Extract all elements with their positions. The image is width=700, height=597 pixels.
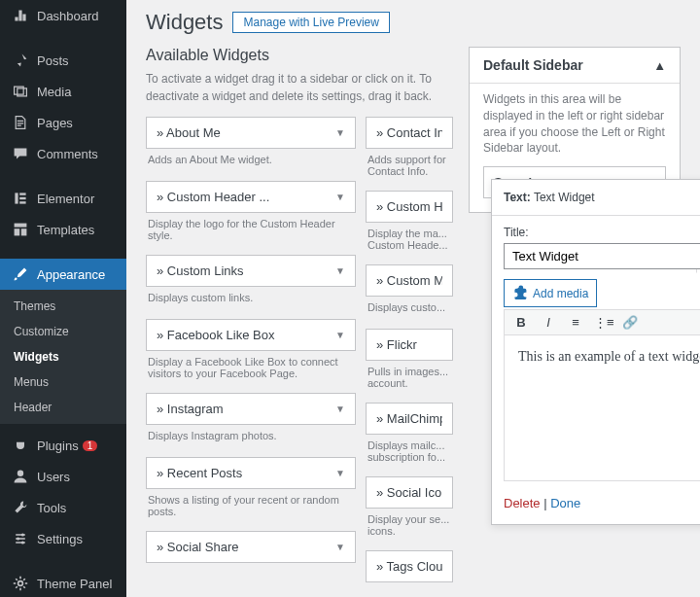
available-widgets-heading: Available Widgets: [146, 47, 453, 64]
widget-description: Display the logo for the Custom Header s…: [146, 216, 356, 255]
elementor-icon: [12, 190, 29, 207]
sidebar-sub-widgets[interactable]: Widgets: [0, 344, 126, 369]
widget-description: Pulls in images... account.: [366, 364, 453, 403]
svg-point-9: [17, 537, 19, 540]
widget-description: Displays custo...: [366, 299, 453, 329]
bullet-list-button[interactable]: ≡: [567, 315, 584, 330]
svg-point-11: [18, 581, 23, 586]
widget-tile[interactable]: » About Me▼: [146, 117, 356, 149]
widget-description: [146, 566, 356, 595]
bold-button[interactable]: B: [512, 315, 530, 330]
add-media-label: Add media: [533, 287, 588, 300]
editor-toolbar: B I ≡ ⋮≡ 🔗: [504, 309, 700, 335]
sidebar-label: Elementor: [37, 192, 94, 206]
widget-title: » Tags Cloud: [376, 559, 442, 574]
sidebar-label: Pages: [37, 116, 73, 130]
widget-tile[interactable]: » Custom Links▼: [146, 255, 356, 287]
sidebar-item-pages[interactable]: Pages: [0, 107, 126, 138]
widget-description: Display a Facebook Like Box to connect v…: [146, 354, 356, 393]
widget-editor-title: Text: Text Widget: [504, 191, 595, 204]
content-editor[interactable]: This is an example of a text widget.: [504, 335, 700, 481]
chevron-down-icon: ▼: [335, 265, 345, 276]
user-icon: [12, 468, 29, 485]
widget-tile[interactable]: » Contact Info: [366, 117, 453, 149]
sidebar-label: Comments: [37, 147, 98, 161]
comment-icon: [12, 145, 29, 162]
widget-description: Displays custom links.: [146, 290, 356, 319]
svg-rect-3: [19, 201, 25, 203]
available-widgets-help: To activate a widget drag it to a sideba…: [146, 70, 438, 105]
widget-tile[interactable]: » Tags Cloud: [366, 550, 453, 582]
sidebar-label: Appearance: [37, 267, 105, 282]
page-icon: [12, 114, 29, 131]
widget-tile[interactable]: » Facebook Like Box▼: [146, 319, 356, 351]
widget-tile[interactable]: » Recent Posts▼: [146, 457, 356, 489]
sidebar-item-settings[interactable]: Settings: [0, 523, 126, 554]
sidebar-sub-menus[interactable]: Menus: [0, 369, 126, 395]
sidebar-label: Posts: [37, 53, 69, 68]
svg-rect-4: [15, 224, 27, 228]
widget-tile[interactable]: » MailChimp...: [366, 403, 453, 435]
sidebar-sub-header[interactable]: Header: [0, 395, 126, 420]
italic-button[interactable]: I: [540, 315, 557, 330]
sidebar-label: Tools: [37, 501, 66, 515]
widget-tile[interactable]: » Flickr: [366, 329, 453, 361]
default-sidebar-toggle[interactable]: Default Sidebar ▲: [470, 48, 680, 83]
sidebar-item-plugins[interactable]: Plugins1: [0, 430, 126, 461]
sidebar-item-posts[interactable]: Posts: [0, 45, 126, 76]
widget-tile[interactable]: » Custom Me...: [366, 264, 453, 297]
chevron-down-icon: ▼: [335, 127, 345, 138]
widget-tile[interactable]: » Custom Header ...▼: [146, 181, 356, 213]
add-media-button[interactable]: Add media: [504, 279, 597, 307]
sidebar-item-appearance[interactable]: Appearance: [0, 259, 126, 290]
svg-point-8: [21, 533, 24, 536]
chevron-down-icon: ▼: [335, 468, 345, 478]
widget-description: Displays mailc... subscription fo...: [366, 438, 453, 476]
chevron-down-icon: ▼: [335, 404, 345, 414]
sidebar-item-templates[interactable]: Templates: [0, 214, 126, 245]
brush-icon: [12, 265, 29, 283]
chevron-down-icon: ▼: [335, 542, 345, 552]
widget-description: Adds an About Me widget.: [146, 152, 356, 181]
manage-live-preview-button[interactable]: Manage with Live Preview: [232, 12, 389, 33]
done-link[interactable]: Done: [550, 496, 580, 510]
widget-tile[interactable]: » Social Icon...: [366, 476, 453, 509]
link-button[interactable]: 🔗: [621, 315, 639, 330]
widget-description: [366, 585, 453, 597]
chevron-up-icon: ▲: [653, 58, 666, 73]
widget-title: » MailChimp...: [376, 411, 442, 426]
widget-title: » Custom Links: [157, 263, 244, 278]
text-widget-editor: Text: Text Widget ▲ Title: Add media Vis…: [491, 179, 700, 525]
sidebar-item-dashboard[interactable]: Dashboard: [0, 0, 126, 31]
svg-rect-5: [15, 228, 20, 235]
media-icon: [512, 284, 528, 302]
admin-sidebar: Dashboard Posts Media Pages Comments Ele…: [0, 0, 126, 597]
widget-tile[interactable]: » Instagram▼: [146, 393, 356, 425]
sidebar-label: Theme Panel: [37, 577, 112, 591]
chevron-down-icon: ▼: [335, 192, 345, 202]
delete-link[interactable]: Delete: [504, 496, 541, 510]
sidebar-label: Media: [37, 85, 71, 99]
widget-title: » About Me: [157, 125, 221, 140]
sidebar-sub-customize[interactable]: Customize: [0, 319, 126, 344]
sidebar-item-elementor[interactable]: Elementor: [0, 183, 126, 214]
sidebar-item-theme-panel[interactable]: Theme Panel: [0, 568, 126, 597]
number-list-button[interactable]: ⋮≡: [594, 315, 612, 330]
gear-icon: [12, 575, 29, 592]
sidebar-item-comments[interactable]: Comments: [0, 138, 126, 169]
widget-tile[interactable]: » Social Share▼: [146, 531, 356, 563]
editor-content: This is an example of a text widget.: [518, 349, 700, 364]
widget-tile[interactable]: » Custom He...: [366, 191, 453, 223]
sidebar-label: Templates: [37, 223, 94, 237]
svg-rect-1: [19, 193, 25, 194]
sidebar-item-media[interactable]: Media: [0, 76, 126, 107]
sidebar-sub-themes[interactable]: Themes: [0, 294, 126, 319]
title-input[interactable]: [504, 243, 700, 269]
sidebar-item-users[interactable]: Users: [0, 461, 126, 492]
widget-title: » Recent Posts: [157, 466, 242, 480]
sidebar-submenu: Themes Customize Widgets Menus Header: [0, 290, 126, 424]
plug-icon: [12, 437, 29, 454]
panel-description: Widgets in this area will be displayed i…: [483, 91, 666, 157]
sidebar-item-tools[interactable]: Tools: [0, 492, 126, 523]
settings-icon: [12, 530, 29, 547]
